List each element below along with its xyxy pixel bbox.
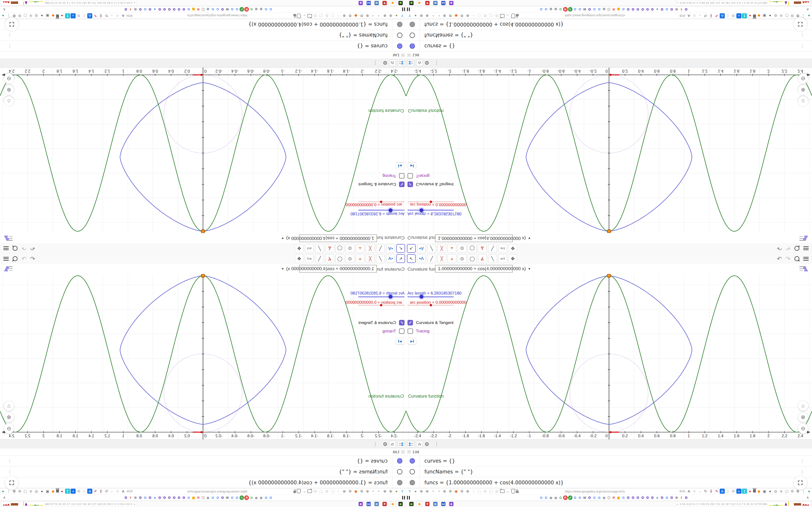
tab-star7[interactable]: ✪: [157, 495, 162, 500]
ext-oval[interactable]: ▯: [82, 489, 87, 494]
bookmark-star-icon[interactable]: ☆: [692, 13, 697, 18]
zoom-out-button[interactable]: ⊖: [798, 424, 808, 434]
tab-google8[interactable]: G: [186, 495, 191, 500]
algebra-row-funcnames[interactable]: funcNames = {" "} ⋮: [406, 30, 812, 41]
profile-icon[interactable]: A: [720, 489, 725, 494]
algebra-row-funcnames[interactable]: funcNames = {" "} ⋮: [406, 466, 812, 477]
tab-google3[interactable]: G: [558, 7, 563, 12]
folder-icon[interactable]: [500, 489, 505, 493]
system-monitor-area[interactable]: ∧ 0.06 0.00 0.17 0.89 20 263 721 34 187 …: [1, 501, 137, 507]
circle-tool[interactable]: ⊙: [346, 244, 354, 253]
launcher-floppy64[interactable]: 64: [441, 0, 446, 6]
tab-star9[interactable]: ✪: [669, 7, 674, 12]
ext-dial1[interactable]: ◔: [376, 13, 382, 18]
shield-icon[interactable]: [297, 489, 301, 494]
curvature-tangent-checkbox[interactable]: ✓: [407, 320, 413, 326]
system-monitor-area[interactable]: ∧ 0.06 0.00 0.17 0.89 20 263 721 34 187 …: [675, 0, 811, 6]
ext-dial2[interactable]: ◔: [436, 13, 441, 18]
ext-dial2[interactable]: ◔: [371, 489, 376, 494]
collapse-button[interactable]: −: [407, 53, 411, 57]
tab-star8[interactable]: ✪: [660, 495, 664, 500]
algebra-row-funcs[interactable]: funcs = {1.000000000000 + cos(4.00000000…: [406, 19, 812, 30]
ext-radio1[interactable]: ⊙: [324, 489, 329, 494]
launcher-settings[interactable]: ⚙: [382, 0, 387, 6]
ext-red[interactable]: ●: [748, 489, 753, 494]
ext-dial1[interactable]: ◔: [430, 13, 436, 18]
tab-google6[interactable]: G: [592, 7, 597, 12]
ext-pale2[interactable]: ▢: [477, 489, 482, 494]
tab-w[interactable]: W: [225, 495, 230, 500]
fullscreen-button[interactable]: [793, 475, 807, 490]
tab-dot3[interactable]: ◉: [206, 495, 210, 500]
ext-gear[interactable]: ⚙: [459, 13, 464, 18]
tab-star10[interactable]: ✪: [684, 7, 689, 12]
tab-google5[interactable]: G: [230, 495, 235, 500]
ext-globe2[interactable]: ⊕: [424, 13, 430, 18]
circle-tool[interactable]: ⊙: [458, 254, 466, 263]
slider-tool[interactable]: a=2: [498, 244, 507, 253]
ext-shield-ud[interactable]: ●: [39, 489, 45, 494]
ext-pale1[interactable]: ○: [336, 13, 341, 18]
row-menu-kebab-icon[interactable]: ⋮: [8, 458, 12, 463]
line-tool[interactable]: ╱: [427, 254, 436, 263]
tab-google7[interactable]: G: [210, 7, 215, 12]
visibility-toggle-funcs[interactable]: [397, 22, 402, 27]
polygon-tool[interactable]: ▲: [356, 244, 364, 253]
fullscreen-button[interactable]: [793, 17, 807, 32]
launcher-firefox[interactable]: ◉: [390, 501, 395, 507]
lock-icon[interactable]: [293, 491, 296, 493]
ext-globe5[interactable]: ⊕: [28, 489, 33, 494]
search-icon[interactable]: [794, 246, 800, 251]
tab-dot2[interactable]: ◉: [254, 495, 259, 500]
tab-dot1[interactable]: ◉: [259, 495, 263, 500]
row-menu-kebab-icon[interactable]: ⋮: [800, 469, 804, 474]
lock-icon[interactable]: [516, 491, 519, 493]
curvature-tangent-checkbox[interactable]: ✓: [399, 320, 405, 326]
tab-f[interactable]: f: [679, 7, 684, 12]
gear-icon[interactable]: ⚙: [383, 441, 388, 447]
ext-shield-ud[interactable]: ●: [767, 489, 773, 494]
wrench-icon[interactable]: ⚙: [17, 489, 22, 494]
pen-icon[interactable]: ✎: [714, 13, 719, 18]
arc-position-slider[interactable]: [407, 202, 454, 202]
angle-tool[interactable]: ∡: [325, 254, 334, 263]
ext-y[interactable]: Y: [407, 489, 412, 494]
ext-dial2[interactable]: ◔: [371, 13, 376, 18]
ext-globe4[interactable]: ⊕: [342, 13, 347, 18]
collapse-up-icon[interactable]: ∧: [3, 495, 6, 500]
tab-grid[interactable]: ▦: [191, 7, 196, 12]
ext-olive[interactable]: ●: [394, 489, 399, 494]
tab-google1[interactable]: G: [268, 495, 273, 500]
visibility-toggle-funcnames[interactable]: [397, 469, 402, 474]
launcher-floppy64[interactable]: 64: [366, 501, 371, 507]
share-icon[interactable]: ◆: [756, 489, 761, 494]
tab-star9[interactable]: ✪: [138, 495, 143, 500]
tab-star2[interactable]: ✪: [626, 7, 630, 12]
ext-globe4[interactable]: ⊕: [465, 13, 470, 18]
move-tool[interactable]: ↖: [407, 244, 416, 253]
ext-plus[interactable]: +: [737, 489, 742, 494]
shield-icon[interactable]: [511, 13, 515, 18]
launcher-monitor[interactable]: ▤: [374, 0, 379, 6]
slider-tool[interactable]: a=2: [498, 254, 507, 263]
tab-google3[interactable]: G: [558, 495, 563, 500]
tab-google9[interactable]: G: [143, 495, 147, 500]
ext-plus[interactable]: +: [70, 489, 75, 494]
tab-google6[interactable]: G: [215, 495, 220, 500]
bookmark-star-icon[interactable]: ☆: [115, 489, 120, 494]
ext-oval[interactable]: ▯: [82, 13, 87, 18]
download-icon[interactable]: ↧: [98, 489, 103, 494]
translate-icon[interactable]: A: [686, 489, 692, 494]
home-button[interactable]: ⌂: [798, 401, 808, 411]
tab-f[interactable]: f: [128, 495, 133, 500]
tab-google7[interactable]: G: [597, 7, 602, 12]
launcher-terminal[interactable]: ▣: [398, 0, 403, 6]
arc-position-slider[interactable]: [358, 202, 405, 202]
step-forward-button[interactable]: ▶: [396, 163, 404, 169]
tracing-checkbox[interactable]: [399, 328, 405, 334]
trash-icon[interactable]: [753, 14, 756, 18]
tab-star4[interactable]: ✪: [636, 7, 640, 12]
home-button[interactable]: ⌂: [798, 96, 808, 106]
tab-w[interactable]: W: [582, 495, 587, 500]
perpendicular-tool[interactable]: ╳: [366, 244, 374, 253]
